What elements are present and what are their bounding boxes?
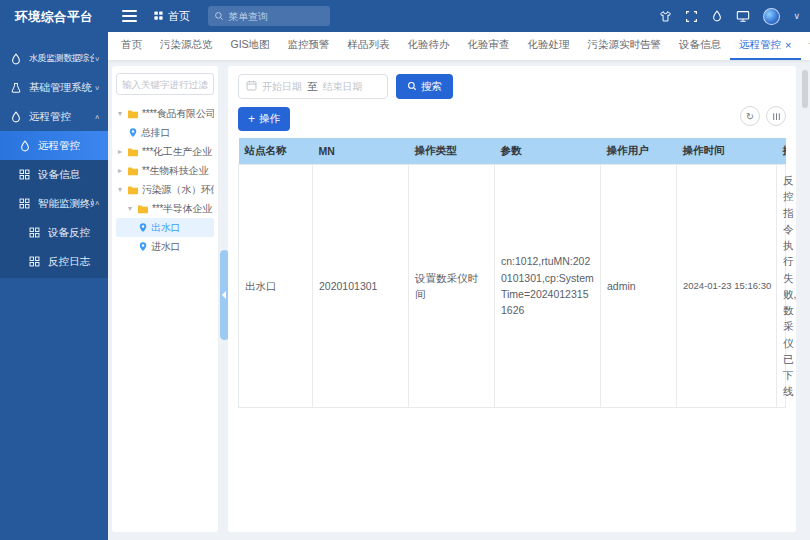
col-operation-result: 操作结果 xyxy=(777,138,786,165)
caret-down-icon[interactable]: ▾ xyxy=(118,109,127,118)
tab-lab-process[interactable]: 化验处理 xyxy=(519,32,579,60)
sidebar-item-label: 远程管控 xyxy=(38,139,100,153)
col-operation-type: 操作类型 xyxy=(409,138,495,165)
close-icon[interactable]: × xyxy=(785,40,791,51)
sidebar-item-water-analysis[interactable]: 水质监测数据综合分析 ∨ xyxy=(0,44,108,73)
chevron-down-icon: ∨ xyxy=(94,84,100,91)
columns-button[interactable] xyxy=(766,106,786,126)
tab-label: 设备信息 xyxy=(679,38,721,52)
tree-node-main-outlet[interactable]: 总排口 xyxy=(116,123,214,142)
tree-node-label: ***化工生产企业 xyxy=(142,145,212,159)
operation-log-table: 站点名称 MN 操作类型 参数 操作用户 操作时间 操作结果 出水口 20201… xyxy=(238,138,786,408)
cell-operation-result: 反控指令执行失败,数采仪已下线 xyxy=(777,165,786,408)
tree-node-label: 总排口 xyxy=(141,126,170,140)
col-site-name: 站点名称 xyxy=(239,138,313,165)
action-row: + 操作 ↻ xyxy=(238,107,786,131)
base-system-icon xyxy=(10,81,23,94)
tree-node-label: 污染源（水）环保局 xyxy=(142,183,214,197)
start-date-placeholder: 开始日期 xyxy=(262,80,302,94)
avatar[interactable] xyxy=(763,8,780,25)
scrollbar-thumb[interactable] xyxy=(802,70,808,108)
sidebar-item-control-log[interactable]: 反控日志 xyxy=(0,247,108,276)
tab-realtime-alarm[interactable]: 污染源实时告警 xyxy=(579,32,671,60)
menu-search-box[interactable] xyxy=(208,6,330,26)
tree-node-inlet[interactable]: 进水口 xyxy=(116,237,214,256)
tab-remote-control[interactable]: 远程管控 × xyxy=(730,32,800,60)
cell-operation-type: 设置数采仪时间 xyxy=(409,165,495,408)
tree-node-label: **生物科技企业 xyxy=(142,164,208,178)
sidebar-item-label: 反控日志 xyxy=(48,255,100,269)
date-range-picker[interactable]: 开始日期 至 结束日期 xyxy=(238,74,388,99)
sidebar-item-remote-control[interactable]: 远程管控 ∧ xyxy=(0,102,108,131)
tab-sample-list[interactable]: 样品列表 xyxy=(339,32,399,60)
sidebar-item-smart-terminal[interactable]: 智能监测终端 ∧ xyxy=(0,189,108,218)
tab-label: 污染源总览 xyxy=(160,38,213,52)
breadcrumb-home[interactable]: 首页 xyxy=(153,9,190,24)
folder-icon xyxy=(137,204,149,214)
table-tools: ↻ xyxy=(740,106,786,126)
topbar: 首页 ∨ xyxy=(108,0,810,32)
tree-node-label: 出水口 xyxy=(151,221,180,235)
tree-node-outlet[interactable]: 出水口 xyxy=(116,218,214,237)
remote-control-icon xyxy=(10,110,23,123)
search-icon xyxy=(214,7,224,25)
device-grid-icon xyxy=(19,197,32,210)
tab-gis-map[interactable]: GIS地图 xyxy=(222,32,279,60)
tree-node-semiconductor-company[interactable]: ▾ ***半导体企业 xyxy=(116,199,214,218)
tab-device-control[interactable]: 设备反控 xyxy=(801,32,810,60)
app-title: 环境综合平台 xyxy=(0,0,108,34)
tree-node-chemical-company[interactable]: ▸ ***化工生产企业 xyxy=(116,142,214,161)
tab-monitor-warning[interactable]: 监控预警 xyxy=(279,32,339,60)
tree-node-company[interactable]: ▾ ****食品有限公司 xyxy=(116,104,214,123)
device-grid-icon xyxy=(29,226,42,239)
sidebar-item-label: 设备信息 xyxy=(38,168,100,182)
fullscreen-icon[interactable] xyxy=(685,10,698,23)
device-grid-icon xyxy=(19,168,32,181)
chevron-down-icon[interactable]: ∨ xyxy=(793,11,800,21)
sidebar-item-label: 设备反控 xyxy=(48,226,100,240)
cell-site-name: 出水口 xyxy=(239,165,313,408)
content-area: ▾ ****食品有限公司 总排口 ▸ ***化工生产企业 ▸ **生物科技企业 … xyxy=(108,60,810,540)
water-drop-icon[interactable] xyxy=(711,10,723,22)
main-panel: 开始日期 至 结束日期 搜索 + 操作 ↻ xyxy=(228,66,796,532)
tab-label: 远程管控 xyxy=(739,38,781,52)
tree-node-epa-bureau[interactable]: ▾ 污染源（水）环保局 xyxy=(116,180,214,199)
sidebar-item-label: 智能监测终端 xyxy=(38,197,94,211)
remote-control-icon xyxy=(19,139,32,152)
table-row[interactable]: 出水口 2020101301 设置数采仪时间 cn:1012,rtuMN:202… xyxy=(239,165,786,408)
theme-shirt-icon[interactable] xyxy=(659,10,672,23)
map-pin-icon xyxy=(138,222,148,233)
filter-row: 开始日期 至 结束日期 搜索 xyxy=(238,74,786,99)
refresh-button[interactable]: ↻ xyxy=(740,106,760,126)
tree-filter-input[interactable] xyxy=(116,73,214,95)
scrollbar-track[interactable] xyxy=(802,66,808,532)
caret-down-icon[interactable]: ▾ xyxy=(128,204,137,213)
tab-label: 样品列表 xyxy=(348,38,390,52)
col-operation-time: 操作时间 xyxy=(677,138,777,165)
tab-label: 污染源实时告警 xyxy=(588,38,662,52)
search-button[interactable]: 搜索 xyxy=(396,74,453,99)
sidebar-item-base-system[interactable]: 基础管理系统 ∨ xyxy=(0,73,108,102)
chevron-up-icon: ∧ xyxy=(94,200,100,207)
end-date-placeholder: 结束日期 xyxy=(323,80,363,94)
monitor-icon[interactable] xyxy=(736,9,750,23)
sidebar-item-device-control[interactable]: 设备反控 xyxy=(0,218,108,247)
hamburger-menu-icon[interactable] xyxy=(122,7,137,25)
tab-pollution-overview[interactable]: 污染源总览 xyxy=(151,32,222,60)
tab-home[interactable]: 首页 xyxy=(112,32,151,60)
site-tree: ▾ ****食品有限公司 总排口 ▸ ***化工生产企业 ▸ **生物科技企业 … xyxy=(116,104,214,256)
caret-right-icon[interactable]: ▸ xyxy=(118,147,127,156)
tab-lab-todo[interactable]: 化验待办 xyxy=(399,32,459,60)
caret-right-icon[interactable]: ▸ xyxy=(118,166,127,175)
cell-operator: admin xyxy=(601,165,677,408)
caret-down-icon[interactable]: ▾ xyxy=(118,185,127,194)
operate-button[interactable]: + 操作 xyxy=(238,107,290,131)
tree-node-biotech-company[interactable]: ▸ **生物科技企业 xyxy=(116,161,214,180)
tree-node-label: 进水口 xyxy=(151,240,180,254)
sidebar-item-device-info[interactable]: 设备信息 xyxy=(0,160,108,189)
sidebar-item-remote-control-sub[interactable]: 远程管控 xyxy=(0,131,108,160)
tab-device-info[interactable]: 设备信息 xyxy=(670,32,730,60)
tab-lab-review[interactable]: 化验审查 xyxy=(459,32,519,60)
menu-search-input[interactable] xyxy=(228,11,318,22)
col-operator: 操作用户 xyxy=(601,138,677,165)
